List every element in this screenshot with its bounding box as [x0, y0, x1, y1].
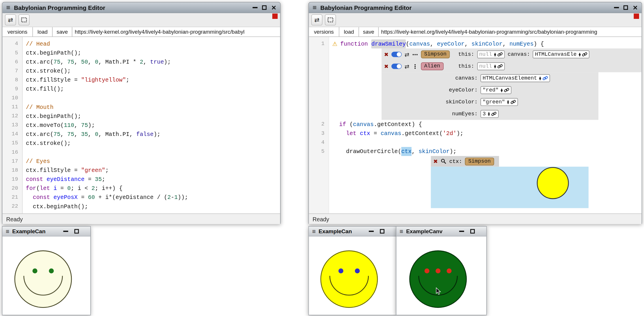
smiley-canvas[interactable] [2, 236, 90, 315]
code-line[interactable]: 11// Mouth [2, 103, 280, 112]
selection-frame-button[interactable] [325, 14, 336, 25]
code-editor[interactable]: 1⚠function drawSmiley(canvas, eyeColor, … [309, 37, 642, 213]
code-line[interactable]: 16 [2, 148, 280, 157]
code-line-text[interactable]: ctx.arc(75, 75, 50, 0, Math.PI * 2, true… [22, 58, 171, 67]
close-button[interactable]: ✕ [271, 5, 276, 11]
menu-icon[interactable]: ≡ [6, 4, 10, 11]
code-line[interactable]: 14ctx.arc(75, 75, 35, 0, Math.PI, false)… [2, 130, 280, 139]
swap-button[interactable]: ⇄ [5, 14, 16, 25]
versions-button[interactable]: versions [2, 27, 33, 37]
titlebar[interactable]: ≡ ExampleCanv [396, 227, 486, 236]
code-line-text[interactable]: if (canvas.getContext) { [329, 120, 422, 129]
code-editor[interactable]: 4// Head5ctx.beginPath();6ctx.arc(75, 75… [2, 37, 280, 213]
swap-button[interactable]: ⇄ [311, 14, 322, 25]
code-line-text[interactable]: ctx.moveTo(110, 75); [22, 121, 95, 130]
titlebar[interactable]: ≡ ExampleCan [2, 227, 90, 236]
menu-icon[interactable]: ≡ [312, 228, 316, 234]
code-line-text[interactable]: // Head [22, 40, 50, 49]
code-line[interactable]: 7ctx.stroke(); [2, 67, 280, 76]
example-badge[interactable]: Alien [421, 62, 443, 70]
code-line-text[interactable]: drawOuterCircle(ctx, skinColor); [329, 147, 457, 156]
example-toggle[interactable] [391, 64, 402, 69]
code-line[interactable]: 12ctx.beginPath(); [2, 112, 280, 121]
example-swap-icon[interactable]: ⇄ [405, 63, 409, 70]
code-line-text[interactable]: // Eyes [22, 157, 50, 166]
code-line-text[interactable] [329, 138, 332, 147]
maximize-button[interactable] [380, 229, 384, 234]
url-field[interactable]: https://lively-kernel.org/lively4/lively… [72, 27, 280, 37]
menu-icon[interactable]: ≡ [6, 228, 9, 234]
load-button[interactable]: load [33, 27, 53, 37]
code-line-text[interactable]: ctx.stroke(); [22, 139, 71, 148]
probe-close-button[interactable]: ✖ [433, 158, 438, 164]
example-menu-icon[interactable]: ⋯ [412, 51, 418, 58]
code-line[interactable]: 15ctx.stroke(); [2, 139, 280, 148]
value-box[interactable]: 3▲▼ [481, 110, 499, 118]
value-box[interactable]: null▲▼ [477, 51, 505, 58]
link-icon[interactable] [542, 76, 548, 81]
value-stepper[interactable]: ▲▼ [539, 76, 541, 80]
value-stepper[interactable]: ▲▼ [494, 52, 496, 56]
url-field[interactable]: https://lively-kernel.org/lively4/lively… [379, 27, 641, 37]
probe-example-badge[interactable]: Simpson [465, 157, 494, 165]
minimize-button[interactable] [614, 7, 619, 8]
code-line-text[interactable]: // Mouth [22, 103, 53, 112]
titlebar[interactable]: ≡ ExampleCan [309, 227, 396, 236]
code-line[interactable]: 22 ctx.beginPath(); [2, 202, 280, 211]
link-icon[interactable] [491, 111, 496, 116]
save-button[interactable]: save [53, 27, 72, 37]
code-line[interactable]: 1⚠function drawSmiley(canvas, eyeColor, … [309, 40, 642, 49]
code-line-text[interactable]: ctx.fillStyle = "lightyellow"; [22, 76, 129, 85]
code-line[interactable]: 17// Eyes [2, 157, 280, 166]
minimize-button[interactable] [369, 231, 374, 232]
titlebar[interactable]: ≡ Babylonian Programming Editor ✕ [2, 2, 280, 13]
code-line[interactable]: 10 [2, 94, 280, 103]
example-toggle[interactable] [391, 52, 402, 57]
link-icon[interactable] [510, 99, 516, 105]
value-stepper[interactable]: ▲▼ [579, 52, 581, 56]
code-line-text[interactable]: ctx.fill(); [22, 85, 64, 94]
example-delete-button[interactable]: ✖ [384, 51, 388, 58]
example-menu-icon[interactable]: ⋮ [412, 63, 418, 70]
code-line-text[interactable]: ctx.beginPath(); [22, 49, 81, 58]
code-line[interactable]: 2 if (canvas.getContext) { [309, 120, 642, 129]
value-stepper[interactable]: ▲▼ [488, 112, 490, 116]
value-box[interactable]: "green"▲▼ [481, 98, 518, 106]
example-swap-icon[interactable]: ⇄ [405, 51, 409, 58]
value-box[interactable]: HTMLCanvasEle▲▼ [533, 51, 589, 58]
value-box[interactable]: HTMLCanvasElement▲▼ [481, 74, 550, 82]
code-line-text[interactable]: let ctx = canvas.getContext('2d'); [329, 129, 464, 138]
code-line-text[interactable]: for(let i = 0; i < 2; i++) { [22, 184, 122, 193]
code-line[interactable]: 20for(let i = 0; i < 2; i++) { [2, 184, 280, 193]
load-button[interactable]: load [339, 27, 359, 37]
code-line-text[interactable]: ctx.stroke(); [22, 67, 71, 76]
menu-icon[interactable]: ≡ [400, 228, 403, 234]
menu-icon[interactable]: ≡ [312, 4, 316, 11]
minimize-button[interactable] [253, 7, 258, 8]
code-line-text[interactable] [22, 148, 26, 157]
code-line-text[interactable]: ctx.fillStyle = "green"; [22, 166, 109, 175]
code-line-text[interactable]: ctx.arc(75, 75, 35, 0, Math.PI, false); [22, 130, 160, 139]
code-line[interactable]: 19const eyeDistance = 35; [2, 175, 280, 184]
code-line[interactable]: 13ctx.moveTo(110, 75); [2, 121, 280, 130]
code-line[interactable]: 18ctx.fillStyle = "green"; [2, 166, 280, 175]
value-stepper[interactable]: ▲▼ [507, 100, 509, 104]
code-line[interactable]: 4// Head [2, 40, 280, 49]
selection-frame-button[interactable] [19, 14, 30, 25]
value-box[interactable]: "red"▲▼ [481, 86, 511, 94]
save-button[interactable]: save [359, 27, 379, 37]
minimize-button[interactable] [63, 231, 68, 232]
example-badge[interactable]: Simpson [421, 51, 450, 58]
maximize-button[interactable] [624, 5, 628, 10]
maximize-button[interactable] [262, 5, 267, 10]
code-line-text[interactable]: ⚠function drawSmiley(canvas, eyeColor, s… [329, 40, 544, 49]
link-icon[interactable] [497, 64, 502, 69]
code-line[interactable]: 5ctx.beginPath(); [2, 49, 280, 58]
code-line[interactable]: 8ctx.fillStyle = "lightyellow"; [2, 76, 280, 85]
code-line[interactable]: 6ctx.arc(75, 75, 50, 0, Math.PI * 2, tru… [2, 58, 280, 67]
code-line-text[interactable]: ctx.beginPath(); [22, 202, 88, 211]
link-icon[interactable] [582, 52, 587, 57]
code-line-text[interactable]: ctx.beginPath(); [22, 112, 81, 121]
value-stepper[interactable]: ▲▼ [501, 88, 503, 92]
minimize-button[interactable] [459, 231, 464, 232]
